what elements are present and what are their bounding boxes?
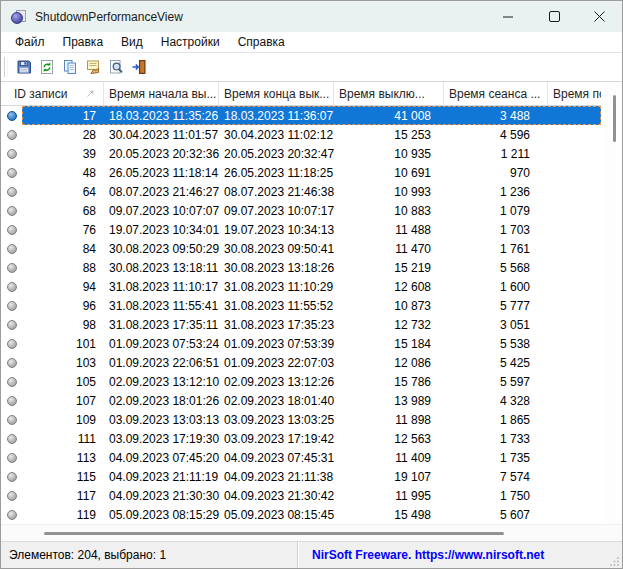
copy-icon xyxy=(62,59,78,75)
record-icon xyxy=(1,467,22,486)
cell-start-time: 31.08.2023 11:55:41 xyxy=(104,296,219,315)
cell-end-time: 20.05.2023 20:32:47 xyxy=(219,144,334,163)
cell-shutdown-duration: 15 498 xyxy=(334,505,444,524)
properties-icon xyxy=(85,59,101,75)
table-row[interactable]: 98 31.08.2023 17:35:11 31.08.2023 17:35:… xyxy=(1,315,601,334)
table-row[interactable]: 68 09.07.2023 10:07:07 09.07.2023 10:07:… xyxy=(1,201,601,220)
vertical-scrollbar[interactable] xyxy=(605,82,622,524)
close-button[interactable] xyxy=(577,1,622,32)
table-row[interactable]: 115 04.09.2023 21:11:19 04.09.2023 21:11… xyxy=(1,467,601,486)
menu-bar: Файл Правка Вид Настройки Справка xyxy=(1,32,622,53)
cell-shutdown-duration: 12 563 xyxy=(334,429,444,448)
menu-help[interactable]: Справка xyxy=(229,33,294,51)
cell-start-time: 04.09.2023 21:30:30 xyxy=(104,486,219,505)
status-items-count: Элементов: 204, выбрано: 1 xyxy=(1,542,298,568)
table-row[interactable]: 64 08.07.2023 21:46:27 08.07.2023 21:46:… xyxy=(1,182,601,201)
cell-record-id: 64 xyxy=(22,182,104,201)
cell-shutdown-duration: 13 989 xyxy=(334,391,444,410)
refresh-button[interactable] xyxy=(35,55,58,79)
cell-session-duration: 970 xyxy=(444,163,548,182)
menu-options[interactable]: Настройки xyxy=(152,33,229,51)
column-header-session-duration[interactable]: Время сеанса ... xyxy=(444,82,548,105)
cell-record-id: 119 xyxy=(22,505,104,524)
table-row[interactable]: 88 30.08.2023 13:18:11 30.08.2023 13:18:… xyxy=(1,258,601,277)
cell-end-time: 31.08.2023 11:55:52 xyxy=(219,296,334,315)
cell-end-time: 03.09.2023 17:19:42 xyxy=(219,429,334,448)
record-icon xyxy=(1,353,22,372)
record-icon xyxy=(1,505,22,524)
toolbar xyxy=(1,53,622,82)
cell-session-duration: 3 051 xyxy=(444,315,548,334)
cell-session-duration: 1 733 xyxy=(444,429,548,448)
cell-record-id: 39 xyxy=(22,144,104,163)
cell-record-id: 103 xyxy=(22,353,104,372)
properties-button[interactable] xyxy=(81,55,104,79)
table-row[interactable]: 48 26.05.2023 11:18:14 26.05.2023 11:18:… xyxy=(1,163,601,182)
table-row[interactable]: 17 18.03.2023 11:35:26 18.03.2023 11:36:… xyxy=(1,106,601,125)
save-button[interactable] xyxy=(12,55,35,79)
table-row[interactable]: 84 30.08.2023 09:50:29 30.08.2023 09:50:… xyxy=(1,239,601,258)
cell-start-time: 09.07.2023 10:07:07 xyxy=(104,201,219,220)
table-row[interactable]: 94 31.08.2023 11:10:17 31.08.2023 11:10:… xyxy=(1,277,601,296)
copy-button[interactable] xyxy=(58,55,81,79)
sort-ascending-icon xyxy=(86,89,95,98)
table-row[interactable]: 105 02.09.2023 13:12:10 02.09.2023 13:12… xyxy=(1,372,601,391)
resize-grip-icon[interactable] xyxy=(610,556,620,566)
table-row[interactable]: 119 05.09.2023 08:15:29 05.09.2023 08:15… xyxy=(1,505,601,524)
maximize-button[interactable] xyxy=(531,1,577,32)
minimize-button[interactable] xyxy=(485,1,531,32)
find-button[interactable] xyxy=(104,55,127,79)
cell-start-time: 05.09.2023 08:15:29 xyxy=(104,505,219,524)
table-row[interactable]: 76 19.07.2023 10:34:01 19.07.2023 10:34:… xyxy=(1,220,601,239)
column-header-next[interactable]: Время по... xyxy=(548,82,601,105)
table-row[interactable]: 103 01.09.2023 22:06:51 01.09.2023 22:07… xyxy=(1,353,601,372)
vertical-scrollbar-thumb[interactable] xyxy=(613,95,616,142)
cell-shutdown-duration: 11 470 xyxy=(334,239,444,258)
cell-start-time: 03.09.2023 13:03:13 xyxy=(104,410,219,429)
record-icon xyxy=(1,486,22,505)
cell-session-duration: 1 236 xyxy=(444,182,548,201)
cell-session-duration: 1 600 xyxy=(444,277,548,296)
table-row[interactable]: 101 01.09.2023 07:53:24 01.09.2023 07:53… xyxy=(1,334,601,353)
table-row[interactable]: 107 02.09.2023 18:01:26 02.09.2023 18:01… xyxy=(1,391,601,410)
cell-next-column xyxy=(548,467,601,486)
cell-shutdown-duration: 10 993 xyxy=(334,182,444,201)
cell-next-column xyxy=(548,258,601,277)
cell-next-column xyxy=(548,239,601,258)
cell-session-duration: 1 735 xyxy=(444,448,548,467)
exit-button[interactable] xyxy=(127,55,150,79)
cell-start-time: 31.08.2023 17:35:11 xyxy=(104,315,219,334)
table-row[interactable]: 111 03.09.2023 17:19:30 03.09.2023 17:19… xyxy=(1,429,601,448)
table-row[interactable]: 117 04.09.2023 21:30:30 04.09.2023 21:30… xyxy=(1,486,601,505)
cell-next-column xyxy=(548,296,601,315)
cell-record-id: 111 xyxy=(22,429,104,448)
column-header-end-time[interactable]: Время конца вык... xyxy=(219,82,334,105)
cell-session-duration: 4 328 xyxy=(444,391,548,410)
table-row[interactable]: 39 20.05.2023 20:32:36 20.05.2023 20:32:… xyxy=(1,144,601,163)
column-header-start-time[interactable]: Время начала вы... xyxy=(104,82,219,105)
exit-icon xyxy=(131,59,147,75)
cell-next-column xyxy=(548,144,601,163)
table-row[interactable]: 96 31.08.2023 11:55:41 31.08.2023 11:55:… xyxy=(1,296,601,315)
column-header-record-id[interactable]: ID записи xyxy=(1,82,104,105)
table-row[interactable]: 113 04.09.2023 07:45:20 04.09.2023 07:45… xyxy=(1,448,601,467)
cell-record-id: 17 xyxy=(22,106,104,125)
cell-shutdown-duration: 11 898 xyxy=(334,410,444,429)
cell-end-time: 19.07.2023 10:34:13 xyxy=(219,220,334,239)
table-row[interactable]: 28 30.04.2023 11:01:57 30.04.2023 11:02:… xyxy=(1,125,601,144)
cell-record-id: 84 xyxy=(22,239,104,258)
cell-record-id: 28 xyxy=(22,125,104,144)
menu-file[interactable]: Файл xyxy=(6,33,54,51)
app-icon xyxy=(11,9,27,25)
horizontal-scrollbar-thumb[interactable] xyxy=(44,532,504,535)
cell-record-id: 101 xyxy=(22,334,104,353)
table-row[interactable]: 109 03.09.2023 13:03:13 03.09.2023 13:03… xyxy=(1,410,601,429)
column-header-shutdown-duration[interactable]: Время выклю... xyxy=(334,82,444,105)
nirsoft-link[interactable]: NirSoft Freeware. https://www.nirsoft.ne… xyxy=(312,548,544,562)
cell-record-id: 117 xyxy=(22,486,104,505)
menu-edit[interactable]: Правка xyxy=(54,33,113,51)
menu-view[interactable]: Вид xyxy=(112,33,152,51)
cell-record-id: 96 xyxy=(22,296,104,315)
cell-session-duration: 5 607 xyxy=(444,505,548,524)
horizontal-scrollbar[interactable] xyxy=(1,524,622,541)
